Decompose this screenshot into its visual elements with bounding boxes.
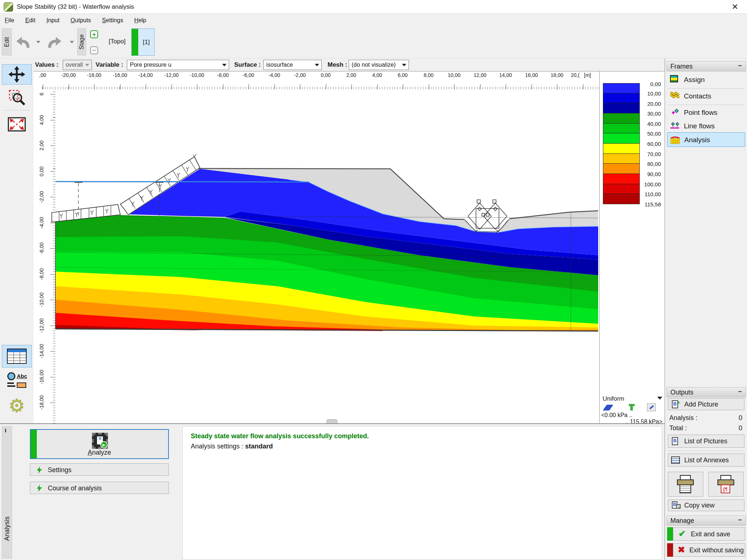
fit-to-view-button[interactable] — [2, 115, 32, 133]
undo-icon[interactable] — [15, 36, 30, 49]
stage-tab-label: [1] — [138, 29, 154, 55]
visualization-options-row: Values : overall Variable : Pore pressur… — [0, 58, 665, 71]
analysis-count-value: 0 — [739, 414, 742, 422]
scale-settings-button[interactable] — [647, 403, 656, 411]
print-document-button[interactable] — [668, 472, 703, 497]
close-icon[interactable]: ✕ — [727, 1, 743, 12]
frame-item-analysis[interactable]: Analysis — [667, 132, 745, 147]
stage-strip-label: Stage — [78, 34, 85, 50]
toolbar: Edit Stage + − [Topo] — [0, 28, 747, 58]
settings-button[interactable]: Settings — [30, 463, 169, 476]
surface-label: Surface : — [234, 61, 261, 69]
menu-outputs[interactable]: Outputs — [66, 14, 96, 28]
copy-view-label: Copy view — [684, 502, 715, 509]
frame-item-contacts[interactable]: Contacts — [667, 91, 745, 101]
lightning-icon — [37, 466, 42, 474]
legend-band — [603, 133, 640, 144]
frame-item-label: Point flows — [684, 109, 717, 117]
stage-tab-color — [132, 29, 138, 55]
exit-and-save-button[interactable]: ✔ Exit and save — [667, 527, 745, 541]
legend-value: 115,58 — [645, 201, 661, 207]
frame-item-label: Assign — [684, 76, 705, 84]
x-icon: ✖ — [678, 545, 685, 555]
zoom-select-tool-button[interactable] — [2, 88, 32, 106]
copy-view-button[interactable]: B ↴ Copy view — [668, 499, 744, 511]
legend-band — [603, 144, 640, 154]
legend-band — [603, 184, 640, 194]
values-select[interactable]: overall — [63, 60, 92, 70]
minimize-icon[interactable]: – — [738, 516, 742, 524]
scale-min-label: <0.00 kPa .. — [601, 412, 632, 419]
list-of-pictures-label: List of Pictures — [684, 438, 727, 445]
frames-panel-header: Frames – — [666, 61, 746, 71]
undo-dropdown-icon[interactable] — [36, 41, 40, 43]
status-message: Steady state water flow analysis success… — [191, 432, 369, 440]
print-picture-button[interactable]: [¶ — [708, 472, 744, 497]
total-count-row: Total : 0 — [669, 424, 743, 432]
app-icon — [4, 2, 13, 12]
legend-value: 90,00 — [647, 171, 661, 177]
menu-settings[interactable]: Settings — [97, 14, 128, 28]
menu-bar: File Edit Input Outputs Settings Help — [0, 14, 747, 28]
distribution-select[interactable]: Uniform — [603, 395, 662, 402]
plus-icon: + — [677, 399, 680, 405]
tool-separator — [4, 110, 30, 110]
list-of-pictures-icon: B — [672, 437, 678, 445]
edit-scale-pen-icon[interactable] — [603, 405, 613, 411]
exit-without-saving-button[interactable]: ✖ Exit without saving — [667, 543, 745, 557]
analyze-button[interactable]: ▤ ▶ Analyze — [30, 429, 169, 459]
add-picture-button[interactable]: B + Add Picture — [668, 398, 744, 410]
drawing-settings-button[interactable]: Abc — [2, 370, 32, 392]
add-stage-button[interactable]: + — [90, 30, 98, 38]
mesh-value: (do not visualize) — [352, 62, 396, 68]
menu-input[interactable]: Input — [42, 14, 64, 28]
chevron-down-icon — [222, 64, 227, 66]
mesh-select[interactable]: (do not visualize) — [349, 60, 409, 70]
separator — [668, 451, 744, 451]
minimize-icon[interactable]: – — [738, 388, 742, 395]
course-of-analysis-button[interactable]: Course of analysis — [30, 482, 169, 494]
outputs-panel-header: Outputs – — [666, 387, 746, 397]
minimize-icon[interactable]: – — [738, 62, 742, 69]
redo-dropdown-icon[interactable] — [70, 41, 74, 43]
menu-edit[interactable]: Edit — [20, 14, 40, 28]
tab-topo[interactable]: [Topo] — [109, 38, 125, 45]
settings-gear-button[interactable]: ⚙ — [2, 394, 32, 417]
legend-value: 50,00 — [647, 131, 661, 137]
legend-value: 30,00 — [647, 110, 661, 117]
manage-panel-header: Manage – — [666, 516, 746, 526]
variable-select[interactable]: Pore pressure u — [127, 60, 229, 70]
surface-select[interactable]: isosurface — [263, 60, 322, 70]
frame-item-assign[interactable]: Assign — [667, 75, 745, 85]
pan-tool-button[interactable] — [2, 64, 32, 85]
legend-value: 0,00 — [650, 81, 661, 87]
edit-strip: Edit — [2, 28, 12, 55]
frame-item-point-flows[interactable]: Point flows — [667, 108, 745, 118]
redo-icon[interactable] — [48, 36, 62, 49]
legend-value: 60,00 — [647, 141, 661, 147]
menu-help[interactable]: Help — [129, 14, 151, 28]
copy-arrow-icon: ↴ — [676, 504, 681, 509]
assign-icon — [670, 75, 678, 82]
wrench-icon — [649, 405, 654, 409]
total-count-label: Total : — [669, 424, 687, 432]
chevron-down-icon — [402, 64, 406, 66]
list-of-annexes-label: List of Annexes — [684, 456, 729, 464]
frame-item-label: Contacts — [684, 92, 711, 100]
list-of-annexes-button[interactable]: List of Annexes — [668, 454, 744, 467]
frame-item-line-flows[interactable]: Line flows — [667, 121, 745, 131]
cpu-icon: ▤ ▶ — [92, 433, 108, 449]
play-icon: ▶ — [100, 441, 108, 448]
save-color-bar — [667, 527, 673, 541]
tab-stage-1[interactable]: [1] — [131, 28, 155, 56]
legend-band — [603, 124, 640, 134]
edit-strip-label: Edit — [4, 37, 10, 47]
menu-file[interactable]: File — [0, 14, 19, 28]
drawing-canvas[interactable]: ,00 -20,00 -18,00 -16,00 -14,00 -12,00 -… — [34, 71, 599, 423]
remove-stage-button[interactable]: − — [90, 46, 98, 54]
list-of-pictures-button[interactable]: B List of Pictures — [668, 435, 744, 448]
frames-title: Frames — [670, 63, 693, 70]
legend-band — [603, 93, 640, 104]
results-table-button[interactable] — [2, 345, 32, 368]
analysis-tab-strip[interactable]: I Analysis — [2, 426, 12, 559]
